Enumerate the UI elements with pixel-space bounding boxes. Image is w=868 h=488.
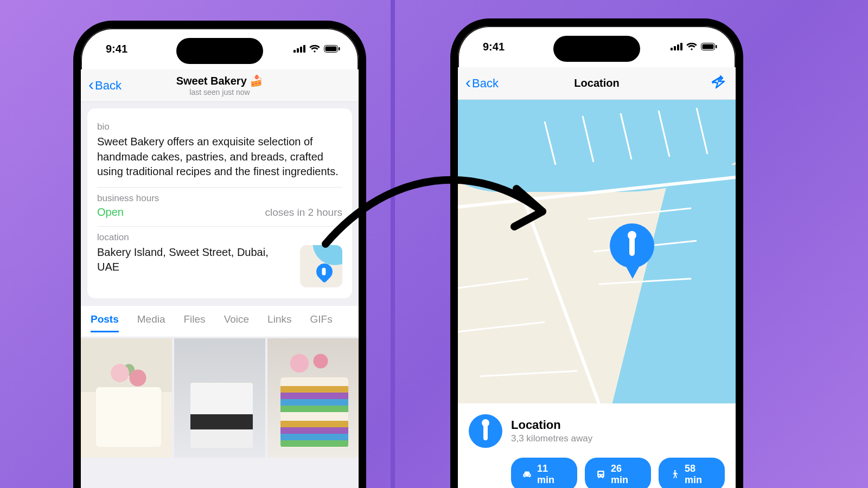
svg-rect-6	[339, 47, 340, 50]
location-sheet: Location 3,3 kilometres away 11 min 26 m…	[458, 403, 736, 488]
bio-label: bio	[97, 121, 342, 132]
svg-rect-3	[303, 45, 305, 53]
chevron-left-icon: ‹	[465, 74, 471, 91]
tab-files[interactable]: Files	[184, 313, 206, 332]
cellular-icon	[293, 45, 305, 53]
nav-bar: ‹ Back Sweet Bakery 🍰 last seen just now	[81, 69, 359, 102]
status-time: 9:41	[483, 41, 505, 53]
svg-line-26	[697, 108, 707, 154]
tab-gifs[interactable]: GIFs	[310, 313, 332, 332]
hours-status: Open	[97, 206, 124, 219]
travel-time-transit: 26 min	[611, 463, 640, 486]
share-button[interactable]	[711, 75, 726, 92]
tab-links[interactable]: Links	[267, 313, 291, 332]
svg-rect-1	[297, 48, 299, 53]
location-section[interactable]: location Bakery Island, Sweet Street, Du…	[97, 227, 342, 295]
walk-icon	[669, 469, 680, 480]
map-view[interactable]	[458, 100, 736, 403]
svg-rect-7	[671, 48, 673, 50]
svg-point-27	[674, 470, 676, 472]
svg-rect-12	[703, 44, 714, 49]
back-label: Back	[95, 79, 122, 93]
hours-closes: closes in 2 hours	[265, 207, 342, 219]
transit-icon	[596, 469, 606, 480]
phone-profile: 9:41 ‹ Back Sweet Bakery 🍰 last seen jus…	[73, 21, 366, 488]
svg-line-24	[621, 113, 631, 159]
profile-info-card: bio Sweet Bakery offers an exquisite sel…	[87, 108, 352, 298]
status-time: 9:41	[106, 43, 127, 55]
cellular-icon	[671, 43, 682, 50]
tab-media[interactable]: Media	[137, 313, 165, 332]
tab-posts[interactable]: Posts	[91, 313, 119, 332]
back-label: Back	[472, 76, 499, 91]
location-pin-icon	[469, 414, 502, 448]
back-button[interactable]: ‹ Back	[88, 78, 122, 94]
post-thumbnail[interactable]	[174, 338, 265, 458]
posts-grid	[81, 338, 359, 458]
map-pin-icon	[610, 223, 654, 268]
wifi-icon	[309, 45, 320, 53]
dynamic-island	[176, 38, 263, 64]
bio-section[interactable]: bio Sweet Bakery offers an exquisite sel…	[97, 116, 342, 188]
hours-section[interactable]: business hours Open closes in 2 hours	[97, 188, 342, 227]
svg-rect-13	[716, 45, 717, 48]
phone-location: 9:41 ‹ Back Location	[450, 18, 743, 488]
nav-bar: ‹ Back Location	[458, 67, 736, 100]
location-label: location	[97, 232, 342, 243]
chevron-left-icon: ‹	[88, 76, 94, 93]
page-title: Sweet Bakery 🍰	[81, 74, 359, 87]
svg-rect-10	[680, 43, 682, 50]
travel-chip-car[interactable]: 11 min	[511, 458, 577, 488]
car-icon	[522, 469, 532, 480]
svg-line-21	[480, 371, 577, 376]
location-distance: 3,3 kilometres away	[511, 433, 592, 444]
layout-divider	[391, 0, 395, 488]
post-thumbnail[interactable]	[81, 338, 172, 458]
dynamic-island	[553, 36, 640, 62]
svg-rect-9	[677, 44, 679, 50]
share-icon	[711, 75, 726, 89]
bio-text: Sweet Bakery offers an exquisite selecti…	[97, 134, 342, 179]
map-roads	[458, 100, 736, 403]
tab-voice[interactable]: Voice	[224, 313, 249, 332]
svg-rect-0	[293, 50, 296, 53]
page-title: Location	[458, 77, 736, 89]
hours-label: business hours	[97, 193, 342, 204]
media-tabs: Posts Media Files Voice Links GIFs	[81, 306, 359, 337]
wifi-icon	[686, 43, 697, 51]
svg-line-19	[458, 279, 528, 290]
travel-chip-transit[interactable]: 26 min	[585, 458, 651, 488]
svg-line-16	[588, 208, 691, 219]
location-sheet-title: Location	[511, 418, 592, 432]
svg-line-22	[545, 121, 556, 165]
svg-line-14	[458, 176, 736, 208]
back-button[interactable]: ‹ Back	[465, 75, 499, 92]
travel-time-car: 11 min	[537, 463, 566, 486]
svg-line-25	[659, 111, 669, 157]
page-subtitle: last seen just now	[81, 88, 359, 97]
svg-rect-2	[300, 47, 302, 53]
location-address: Bakery Island, Sweet Street, Dubai, UAE	[97, 245, 292, 274]
svg-line-23	[583, 116, 593, 162]
battery-icon	[701, 43, 717, 50]
battery-icon	[324, 45, 340, 53]
travel-time-walk: 58 min	[685, 463, 714, 486]
location-map-thumbnail[interactable]	[300, 245, 342, 287]
svg-line-20	[458, 322, 545, 333]
svg-line-18	[599, 279, 691, 284]
post-thumbnail[interactable]	[267, 338, 359, 458]
travel-chip-walk[interactable]: 58 min	[659, 458, 725, 488]
svg-rect-5	[326, 47, 337, 52]
svg-rect-8	[674, 46, 676, 50]
